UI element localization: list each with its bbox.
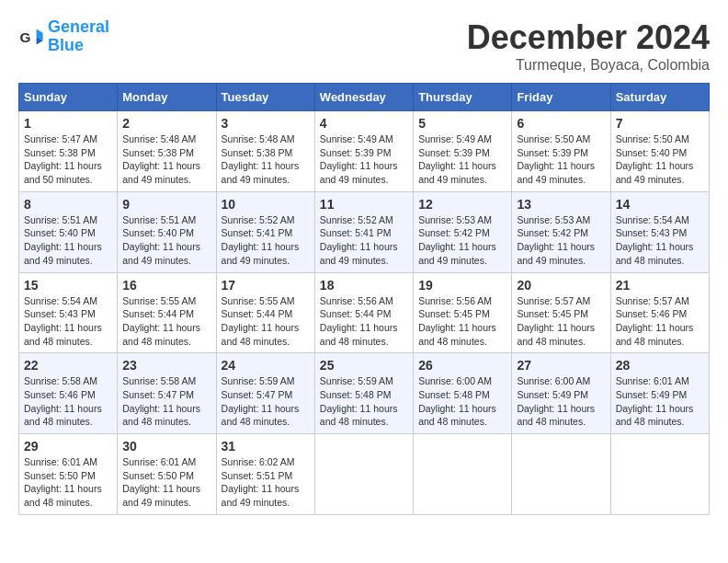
day-number: 27 — [517, 358, 605, 373]
day-number: 5 — [418, 116, 506, 131]
col-sunday: Sunday — [19, 84, 118, 111]
day-info: Sunrise: 5:58 AM Sunset: 5:46 PM Dayligh… — [24, 374, 112, 429]
day-info: Sunrise: 5:56 AM Sunset: 5:44 PM Dayligh… — [320, 294, 408, 349]
day-info: Sunrise: 5:49 AM Sunset: 5:39 PM Dayligh… — [418, 132, 506, 187]
calendar-cell: 18 Sunrise: 5:56 AM Sunset: 5:44 PM Dayl… — [314, 272, 413, 353]
day-info: Sunrise: 5:55 AM Sunset: 5:44 PM Dayligh… — [222, 294, 310, 349]
day-info: Sunrise: 5:53 AM Sunset: 5:42 PM Dayligh… — [517, 213, 605, 268]
col-thursday: Thursday — [414, 84, 512, 111]
day-number: 15 — [24, 278, 112, 293]
day-number: 20 — [517, 278, 605, 293]
col-tuesday: Tuesday — [216, 84, 314, 111]
calendar-cell: 30 Sunrise: 6:01 AM Sunset: 5:50 PM Dayl… — [118, 434, 216, 515]
calendar-cell: 13 Sunrise: 5:53 AM Sunset: 5:42 PM Dayl… — [512, 191, 610, 272]
day-info: Sunrise: 5:48 AM Sunset: 5:38 PM Dayligh… — [122, 132, 210, 187]
calendar-cell: 24 Sunrise: 5:59 AM Sunset: 5:47 PM Dayl… — [216, 353, 314, 434]
day-info: Sunrise: 6:00 AM Sunset: 5:49 PM Dayligh… — [517, 374, 605, 429]
logo-icon: G — [18, 24, 44, 50]
day-info: Sunrise: 5:49 AM Sunset: 5:39 PM Dayligh… — [320, 132, 408, 187]
calendar-week-row: 15 Sunrise: 5:54 AM Sunset: 5:43 PM Dayl… — [19, 272, 710, 353]
day-info: Sunrise: 6:00 AM Sunset: 5:48 PM Dayligh… — [418, 374, 506, 429]
month-title: December 2024 — [467, 18, 710, 57]
day-info: Sunrise: 5:59 AM Sunset: 5:47 PM Dayligh… — [222, 374, 310, 429]
page-header: G General Blue December 2024 Turmeque, B… — [18, 18, 710, 74]
day-info: Sunrise: 5:57 AM Sunset: 5:45 PM Dayligh… — [517, 294, 605, 349]
day-number: 23 — [122, 358, 210, 373]
day-number: 4 — [320, 116, 408, 131]
day-number: 18 — [320, 278, 408, 293]
col-saturday: Saturday — [610, 84, 709, 111]
day-info: Sunrise: 5:56 AM Sunset: 5:45 PM Dayligh… — [418, 294, 506, 349]
day-number: 26 — [418, 358, 506, 373]
calendar-cell: 5 Sunrise: 5:49 AM Sunset: 5:39 PM Dayli… — [414, 111, 512, 192]
day-number: 10 — [222, 197, 310, 212]
calendar-cell: 29 Sunrise: 6:01 AM Sunset: 5:50 PM Dayl… — [19, 434, 118, 515]
day-number: 17 — [222, 278, 310, 293]
svg-text:G: G — [19, 29, 30, 44]
calendar-cell — [512, 434, 610, 515]
calendar-cell: 4 Sunrise: 5:49 AM Sunset: 5:39 PM Dayli… — [314, 111, 413, 192]
day-info: Sunrise: 5:59 AM Sunset: 5:48 PM Dayligh… — [320, 374, 408, 429]
calendar-cell: 20 Sunrise: 5:57 AM Sunset: 5:45 PM Dayl… — [512, 272, 610, 353]
day-number: 30 — [122, 439, 210, 454]
day-info: Sunrise: 5:50 AM Sunset: 5:40 PM Dayligh… — [616, 132, 704, 187]
calendar-cell: 10 Sunrise: 5:52 AM Sunset: 5:41 PM Dayl… — [216, 191, 314, 272]
day-info: Sunrise: 6:01 AM Sunset: 5:50 PM Dayligh… — [24, 455, 112, 510]
col-wednesday: Wednesday — [314, 84, 413, 111]
day-number: 3 — [222, 116, 310, 131]
calendar-cell: 11 Sunrise: 5:52 AM Sunset: 5:41 PM Dayl… — [314, 191, 413, 272]
day-number: 12 — [418, 197, 506, 212]
day-number: 25 — [320, 358, 408, 373]
day-info: Sunrise: 5:58 AM Sunset: 5:47 PM Dayligh… — [122, 374, 210, 429]
day-number: 6 — [517, 116, 605, 131]
calendar-cell: 23 Sunrise: 5:58 AM Sunset: 5:47 PM Dayl… — [118, 353, 216, 434]
day-number: 1 — [24, 116, 112, 131]
calendar-header-row: Sunday Monday Tuesday Wednesday Thursday… — [19, 84, 710, 111]
calendar-cell: 12 Sunrise: 5:53 AM Sunset: 5:42 PM Dayl… — [414, 191, 512, 272]
calendar-cell: 27 Sunrise: 6:00 AM Sunset: 5:49 PM Dayl… — [512, 353, 610, 434]
day-info: Sunrise: 6:01 AM Sunset: 5:50 PM Dayligh… — [122, 455, 210, 510]
day-number: 14 — [616, 197, 704, 212]
calendar-cell: 26 Sunrise: 6:00 AM Sunset: 5:48 PM Dayl… — [414, 353, 512, 434]
day-number: 11 — [320, 197, 408, 212]
calendar-cell: 17 Sunrise: 5:55 AM Sunset: 5:44 PM Dayl… — [216, 272, 314, 353]
day-info: Sunrise: 5:51 AM Sunset: 5:40 PM Dayligh… — [24, 213, 112, 268]
calendar-cell: 31 Sunrise: 6:02 AM Sunset: 5:51 PM Dayl… — [216, 434, 314, 515]
calendar-cell: 9 Sunrise: 5:51 AM Sunset: 5:40 PM Dayli… — [118, 191, 216, 272]
day-number: 28 — [616, 358, 704, 373]
calendar-cell: 1 Sunrise: 5:47 AM Sunset: 5:38 PM Dayli… — [19, 111, 118, 192]
calendar-cell: 3 Sunrise: 5:48 AM Sunset: 5:38 PM Dayli… — [216, 111, 314, 192]
day-number: 8 — [24, 197, 112, 212]
calendar-cell: 25 Sunrise: 5:59 AM Sunset: 5:48 PM Dayl… — [314, 353, 413, 434]
day-number: 24 — [222, 358, 310, 373]
day-info: Sunrise: 5:53 AM Sunset: 5:42 PM Dayligh… — [418, 213, 506, 268]
day-info: Sunrise: 5:47 AM Sunset: 5:38 PM Dayligh… — [24, 132, 112, 187]
title-block: December 2024 Turmeque, Boyaca, Colombia — [467, 18, 710, 74]
calendar-cell: 28 Sunrise: 6:01 AM Sunset: 5:49 PM Dayl… — [610, 353, 709, 434]
calendar-cell: 22 Sunrise: 5:58 AM Sunset: 5:46 PM Dayl… — [19, 353, 118, 434]
day-number: 2 — [122, 116, 210, 131]
logo: G General Blue — [18, 18, 109, 55]
day-info: Sunrise: 5:52 AM Sunset: 5:41 PM Dayligh… — [320, 213, 408, 268]
calendar-cell — [610, 434, 709, 515]
calendar-cell: 8 Sunrise: 5:51 AM Sunset: 5:40 PM Dayli… — [19, 191, 118, 272]
day-info: Sunrise: 5:55 AM Sunset: 5:44 PM Dayligh… — [122, 294, 210, 349]
calendar-cell: 14 Sunrise: 5:54 AM Sunset: 5:43 PM Dayl… — [610, 191, 709, 272]
calendar-cell: 16 Sunrise: 5:55 AM Sunset: 5:44 PM Dayl… — [118, 272, 216, 353]
day-info: Sunrise: 5:57 AM Sunset: 5:46 PM Dayligh… — [616, 294, 704, 349]
day-info: Sunrise: 5:50 AM Sunset: 5:39 PM Dayligh… — [517, 132, 605, 187]
calendar-cell — [314, 434, 413, 515]
calendar-cell: 15 Sunrise: 5:54 AM Sunset: 5:43 PM Dayl… — [19, 272, 118, 353]
calendar-body: 1 Sunrise: 5:47 AM Sunset: 5:38 PM Dayli… — [19, 111, 710, 515]
calendar-cell: 2 Sunrise: 5:48 AM Sunset: 5:38 PM Dayli… — [118, 111, 216, 192]
day-number: 31 — [222, 439, 310, 454]
day-info: Sunrise: 5:52 AM Sunset: 5:41 PM Dayligh… — [222, 213, 310, 268]
calendar-table: Sunday Monday Tuesday Wednesday Thursday… — [18, 83, 710, 515]
day-info: Sunrise: 5:54 AM Sunset: 5:43 PM Dayligh… — [24, 294, 112, 349]
calendar-week-row: 8 Sunrise: 5:51 AM Sunset: 5:40 PM Dayli… — [19, 191, 710, 272]
day-info: Sunrise: 5:54 AM Sunset: 5:43 PM Dayligh… — [616, 213, 704, 268]
day-number: 9 — [122, 197, 210, 212]
day-info: Sunrise: 6:01 AM Sunset: 5:49 PM Dayligh… — [616, 374, 704, 429]
day-info: Sunrise: 6:02 AM Sunset: 5:51 PM Dayligh… — [222, 455, 310, 510]
day-number: 16 — [122, 278, 210, 293]
